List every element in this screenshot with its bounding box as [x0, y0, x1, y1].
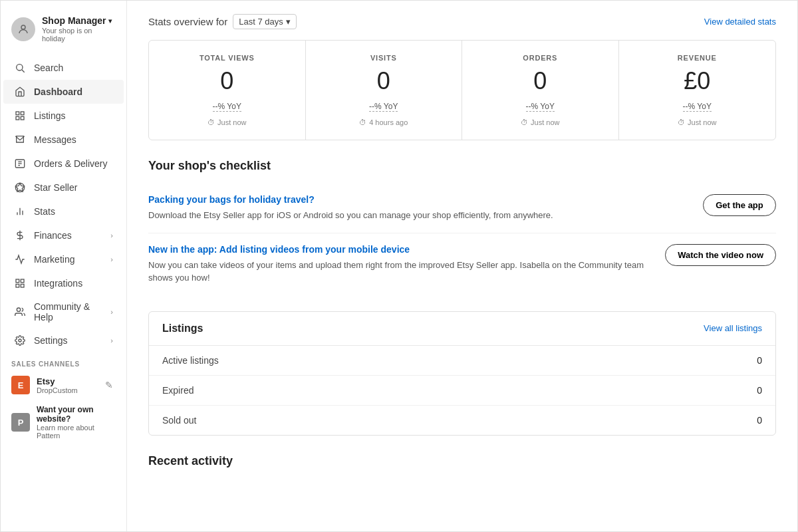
listing-row-expired: Expired 0	[149, 376, 775, 406]
channel-etsy[interactable]: E Etsy DropCustom ✎	[1, 370, 126, 400]
community-icon	[14, 306, 26, 318]
sidebar-item-label: Search	[34, 63, 63, 73]
sidebar-item-label: Messages	[34, 134, 76, 145]
stat-card-total-views: TOTAL VIEWS 0 --% YoY ⏱ Just now	[149, 41, 306, 140]
channel-pattern[interactable]: P Want your own website? Learn more abou…	[1, 400, 126, 445]
listings-icon	[14, 110, 26, 122]
finances-icon	[14, 229, 26, 241]
sidebar-item-messages[interactable]: Messages	[3, 128, 124, 152]
checklist-item-text: New in the app: Add listing videos from …	[148, 244, 654, 285]
etsy-channel-sub: DropCustom	[37, 386, 96, 394]
view-all-listings-link[interactable]: View all listings	[704, 323, 762, 333]
get-app-button[interactable]: Get the app	[703, 194, 776, 216]
recent-activity-title: Recent activity	[148, 454, 776, 473]
svg-rect-20	[21, 284, 24, 287]
stat-time-orders: ⏱ Just now	[473, 118, 608, 126]
sidebar-item-label: Dashboard	[34, 86, 82, 97]
sidebar-item-label: Listings	[34, 110, 65, 121]
search-icon	[14, 62, 26, 74]
stat-card-visits: VISITS 0 --% YoY ⏱ 4 hours ago	[306, 41, 463, 140]
svg-line-2	[22, 70, 25, 72]
listing-label-expired: Expired	[162, 385, 194, 396]
sidebar-item-community[interactable]: Community & Help ›	[3, 295, 124, 329]
svg-rect-17	[16, 279, 19, 283]
listing-row-sold-out: Sold out 0	[149, 406, 775, 435]
stat-time-visits: ⏱ 4 hours ago	[317, 118, 452, 126]
sidebar-item-marketing[interactable]: Marketing ›	[3, 247, 124, 271]
chevron-right-icon: ›	[110, 231, 113, 239]
sidebar-item-integrations[interactable]: Integrations	[3, 271, 124, 295]
stat-label-total-views: TOTAL VIEWS	[160, 54, 295, 62]
clock-icon: ⏱	[678, 118, 685, 126]
sidebar-item-label: Orders & Delivery	[34, 158, 107, 169]
sidebar-item-star-seller[interactable]: Star Seller	[3, 176, 124, 200]
stat-yoy-orders: --% YoY	[526, 102, 555, 112]
sidebar: Shop Manager ▾ Your shop is on holiday S…	[1, 1, 127, 531]
sidebar-item-settings[interactable]: Settings ›	[3, 329, 124, 352]
watch-video-button[interactable]: Watch the video now	[665, 244, 776, 266]
svg-rect-4	[21, 112, 24, 115]
svg-point-21	[17, 308, 20, 311]
listing-count-sold-out: 0	[757, 415, 762, 426]
shop-info: Shop Manager ▾ Your shop is on holiday	[42, 15, 116, 43]
marketing-icon	[14, 253, 26, 265]
checklist-item-title: New in the app: Add listing videos from …	[148, 244, 654, 255]
pattern-channel-sub: Learn more about Pattern	[37, 424, 116, 440]
etsy-channel-name: Etsy	[37, 376, 96, 386]
sidebar-item-label: Stats	[34, 206, 55, 217]
sidebar-item-label: Finances	[34, 230, 72, 241]
sidebar-item-orders[interactable]: Orders & Delivery	[3, 152, 124, 176]
stat-card-orders: ORDERS 0 --% YoY ⏱ Just now	[462, 41, 619, 140]
sidebar-item-finances[interactable]: Finances ›	[3, 223, 124, 247]
svg-point-1	[17, 65, 23, 70]
sidebar-item-label: Marketing	[34, 254, 74, 265]
settings-icon	[14, 334, 26, 346]
etsy-channel-info: Etsy DropCustom	[37, 376, 96, 394]
star-icon	[14, 182, 26, 194]
sidebar-item-stats[interactable]: Stats	[3, 200, 124, 223]
shop-header[interactable]: Shop Manager ▾ Your shop is on holiday	[1, 7, 126, 51]
pattern-channel-name: Want your own website?	[37, 405, 116, 424]
chevron-right-icon: ›	[110, 255, 113, 263]
sidebar-item-search[interactable]: Search	[3, 56, 124, 80]
sidebar-item-label: Community & Help	[34, 301, 102, 323]
shop-name: Shop Manager ▾	[42, 15, 116, 26]
chevron-right-icon: ›	[110, 308, 113, 316]
view-detailed-stats-link[interactable]: View detailed stats	[704, 17, 776, 27]
listing-count-expired: 0	[757, 385, 762, 396]
stats-icon	[14, 205, 26, 217]
stat-time-total-views: ⏱ Just now	[160, 118, 295, 126]
sidebar-item-listings[interactable]: Listings	[3, 104, 124, 128]
checklist-item-text: Packing your bags for holiday travel? Do…	[148, 194, 692, 222]
checklist-item-desc: Now you can take videos of your items an…	[148, 259, 654, 285]
chevron-right-icon: ›	[110, 336, 113, 344]
stat-time-revenue: ⏱ Just now	[630, 118, 765, 126]
main-nav: Search Dashboard Listings	[1, 56, 126, 352]
period-selector[interactable]: Last 7 days ▾	[233, 14, 297, 29]
etsy-edit-button[interactable]: ✎	[102, 377, 116, 393]
sidebar-item-label: Integrations	[34, 278, 82, 289]
svg-rect-5	[16, 116, 19, 120]
orders-icon	[14, 158, 26, 170]
svg-rect-3	[16, 112, 19, 115]
listings-section: Listings View all listings Active listin…	[148, 311, 776, 436]
clock-icon: ⏱	[207, 118, 215, 126]
stat-value-visits: 0	[317, 67, 452, 95]
svg-rect-6	[21, 116, 24, 120]
messages-icon	[14, 134, 26, 146]
stats-grid: TOTAL VIEWS 0 --% YoY ⏱ Just now VISITS …	[148, 40, 776, 140]
shop-avatar	[11, 17, 35, 41]
stat-label-visits: VISITS	[317, 54, 452, 62]
main-content: Stats overview for Last 7 days ▾ View de…	[127, 1, 797, 531]
sidebar-item-label: Settings	[34, 335, 68, 346]
svg-point-0	[21, 25, 25, 29]
stat-value-revenue: £0	[630, 67, 765, 95]
stat-yoy-visits: --% YoY	[369, 102, 398, 112]
sales-channels-label: SALES CHANNELS	[1, 352, 126, 370]
shop-status: Your shop is on holiday	[42, 27, 116, 43]
checklist-item-packing: Packing your bags for holiday travel? Do…	[148, 184, 776, 233]
sidebar-item-dashboard[interactable]: Dashboard	[3, 80, 124, 104]
svg-point-22	[19, 339, 21, 342]
checklist: Packing your bags for holiday travel? Do…	[148, 184, 776, 295]
stat-yoy-revenue: --% YoY	[683, 102, 712, 112]
